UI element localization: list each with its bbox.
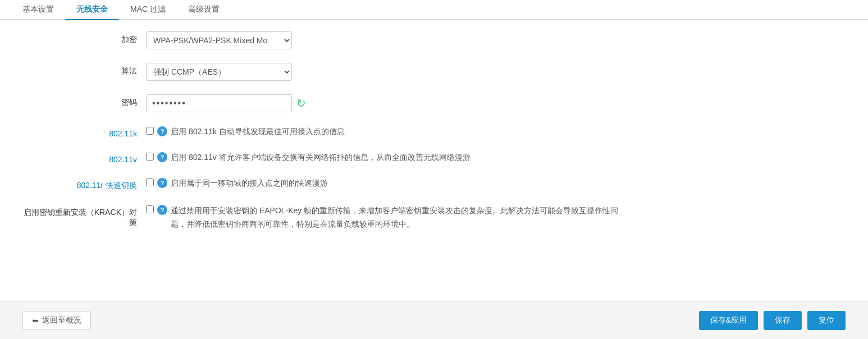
algorithm-label: 算法	[22, 63, 146, 76]
krack-control: ? 通过禁用用于安装密钥的 EAPOL-Key 帧的重新传输，来增加客户端密钥重…	[146, 204, 631, 231]
refresh-icon[interactable]: ↻	[296, 97, 306, 110]
save-button[interactable]: 保存	[764, 311, 802, 330]
tab-advanced[interactable]: 高级设置	[177, 0, 231, 20]
krack-help-icon[interactable]: ?	[157, 205, 167, 215]
80211v-control: ? 启用 802.11v 将允许客户端设备交换有关网络拓扑的信息，从而全面改善无…	[146, 152, 470, 163]
80211v-checkbox[interactable]	[146, 153, 154, 161]
footer-right: 保存&应用 保存 复位	[699, 311, 846, 330]
80211r-help-icon[interactable]: ?	[157, 178, 167, 188]
footer-left: ⬅ 返回至概况	[22, 311, 91, 330]
krack-text: 通过禁用用于安装密钥的 EAPOL-Key 帧的重新传输，来增加客户端密钥重安装…	[171, 204, 631, 231]
80211r-row: 802.11r 快速切换 ? 启用属于同一移动域的接入点之间的快速漫游	[22, 177, 846, 191]
krack-row: 启用密钥重新安装（KRACK）对策 ? 通过禁用用于安装密钥的 EAPOL-Ke…	[22, 204, 846, 231]
save-apply-button[interactable]: 保存&应用	[699, 311, 758, 330]
80211r-label: 802.11r 快速切换	[22, 177, 146, 191]
algorithm-select[interactable]: 强制 CCMP（AES） TKIP CCMP+TKIP	[146, 63, 292, 81]
80211v-label: 802.11v	[22, 152, 146, 164]
back-label: 返回至概况	[42, 315, 81, 326]
back-button[interactable]: ⬅ 返回至概况	[22, 311, 91, 330]
tab-bar: 基本设置 无线安全 MAC 过滤 高级设置	[0, 0, 868, 20]
80211k-help-icon[interactable]: ?	[157, 126, 167, 136]
algorithm-control: 强制 CCMP（AES） TKIP CCMP+TKIP	[146, 63, 292, 81]
tab-basic[interactable]: 基本设置	[11, 0, 65, 20]
80211v-text: 启用 802.11v 将允许客户端设备交换有关网络拓扑的信息，从而全面改善无线网…	[171, 152, 470, 163]
encryption-control: WPA-PSK/WPA2-PSK Mixed Mo WPA2-PSK WPA-P…	[146, 31, 292, 49]
reset-button[interactable]: 复位	[807, 311, 846, 330]
80211k-row: 802.11k ? 启用 802.11k 自动寻找发现最佳可用接入点的信息	[22, 126, 846, 138]
80211k-text: 启用 802.11k 自动寻找发现最佳可用接入点的信息	[171, 126, 345, 138]
password-control: ↻	[146, 94, 306, 112]
80211v-help-icon[interactable]: ?	[157, 152, 167, 162]
krack-label: 启用密钥重新安装（KRACK）对策	[22, 204, 146, 228]
password-label: 密码	[22, 94, 146, 108]
main-content: 加密 WPA-PSK/WPA2-PSK Mixed Mo WPA2-PSK WP…	[0, 20, 868, 301]
80211k-control: ? 启用 802.11k 自动寻找发现最佳可用接入点的信息	[146, 126, 345, 138]
password-row: 密码 ↻	[22, 94, 846, 112]
back-icon: ⬅	[32, 316, 39, 325]
encryption-select[interactable]: WPA-PSK/WPA2-PSK Mixed Mo WPA2-PSK WPA-P…	[146, 31, 292, 49]
encryption-row: 加密 WPA-PSK/WPA2-PSK Mixed Mo WPA2-PSK WP…	[22, 31, 846, 49]
algorithm-row: 算法 强制 CCMP（AES） TKIP CCMP+TKIP	[22, 63, 846, 81]
80211r-text: 启用属于同一移动域的接入点之间的快速漫游	[171, 177, 328, 189]
page-wrapper: 基本设置 无线安全 MAC 过滤 高级设置 加密 WPA-PSK/WPA2-PS…	[0, 0, 868, 339]
80211r-control: ? 启用属于同一移动域的接入点之间的快速漫游	[146, 177, 328, 189]
80211k-checkbox[interactable]	[146, 127, 154, 135]
80211v-row: 802.11v ? 启用 802.11v 将允许客户端设备交换有关网络拓扑的信息…	[22, 152, 846, 164]
80211k-label: 802.11k	[22, 126, 146, 138]
80211r-checkbox[interactable]	[146, 178, 154, 186]
krack-checkbox[interactable]	[146, 205, 154, 213]
footer: ⬅ 返回至概况 保存&应用 保存 复位	[0, 301, 868, 339]
encryption-label: 加密	[22, 31, 146, 45]
tab-mac-filter[interactable]: MAC 过滤	[119, 0, 177, 20]
tab-wireless-security[interactable]: 无线安全	[65, 0, 119, 20]
password-input[interactable]	[146, 94, 292, 112]
